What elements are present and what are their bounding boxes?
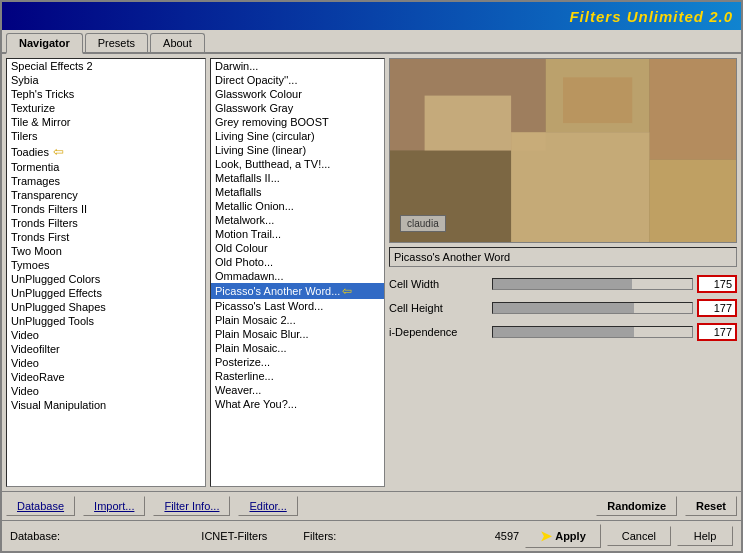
cell-height-slider[interactable] xyxy=(492,302,693,314)
app-title: Filters Unlimited 2.0 xyxy=(569,8,733,25)
effect-item[interactable]: Direct Opacity''... xyxy=(211,73,384,87)
list-item[interactable]: Tronds Filters xyxy=(7,216,205,230)
effect-item[interactable]: Living Sine (linear) xyxy=(211,143,384,157)
left-panel: Special Effects 2 Sybia Teph's Tricks Te… xyxy=(6,58,206,487)
filter-effect-list[interactable]: Darwin... Direct Opacity''... Glasswork … xyxy=(211,59,384,486)
setting-row-i-dependence: i-Dependence 177 xyxy=(389,321,737,343)
effect-item[interactable]: Plain Mosaic... xyxy=(211,341,384,355)
effect-item[interactable]: Metaflalls xyxy=(211,185,384,199)
effect-item[interactable]: Weaver... xyxy=(211,383,384,397)
list-item[interactable]: Video xyxy=(7,356,205,370)
right-panel: claudia Picasso's Another Word Cell Widt… xyxy=(389,58,737,487)
list-item[interactable]: Visual Manipulation xyxy=(7,398,205,412)
apply-button[interactable]: ➤ Apply xyxy=(525,524,601,548)
svg-rect-5 xyxy=(511,132,649,242)
effect-item[interactable]: Old Colour xyxy=(211,241,384,255)
main-window: Filters Unlimited 2.0 Navigator Presets … xyxy=(0,0,743,553)
svg-rect-6 xyxy=(650,160,737,242)
effect-item[interactable]: Posterize... xyxy=(211,355,384,369)
tab-navigator[interactable]: Navigator xyxy=(6,33,83,54)
effect-item[interactable]: Glasswork Colour xyxy=(211,87,384,101)
svg-rect-8 xyxy=(563,77,632,123)
list-item[interactable]: UnPlugged Tools xyxy=(7,314,205,328)
filters-status-value: 4597 xyxy=(495,530,519,542)
effect-item[interactable]: Metallic Onion... xyxy=(211,199,384,213)
list-item[interactable]: UnPlugged Colors xyxy=(7,272,205,286)
list-item[interactable]: Tramages xyxy=(7,174,205,188)
effect-item[interactable]: Plain Mosaic Blur... xyxy=(211,327,384,341)
database-status-value: ICNET-Filters xyxy=(201,530,267,542)
filter-category-list[interactable]: Special Effects 2 Sybia Teph's Tricks Te… xyxy=(7,59,205,486)
tab-bar: Navigator Presets About xyxy=(2,30,741,54)
list-item[interactable]: Tormentia xyxy=(7,160,205,174)
effect-item[interactable]: Plain Mosaic 2... xyxy=(211,313,384,327)
list-item[interactable]: Tronds Filters II xyxy=(7,202,205,216)
effect-item[interactable]: Grey removing BOOST xyxy=(211,115,384,129)
middle-panel: Darwin... Direct Opacity''... Glasswork … xyxy=(210,58,385,487)
tab-presets[interactable]: Presets xyxy=(85,33,148,52)
setting-row-cell-width: Cell Width 175 xyxy=(389,273,737,295)
database-status-label: Database: xyxy=(10,530,193,542)
effect-item[interactable]: Living Sine (circular) xyxy=(211,129,384,143)
cell-width-slider[interactable] xyxy=(492,278,693,290)
reset-button[interactable]: Reset xyxy=(685,496,737,516)
apply-arrow-icon: ➤ xyxy=(540,528,552,544)
action-bar: Database: ICNET-Filters Filters: 4597 ➤ … xyxy=(2,520,741,551)
list-item[interactable]: Special Effects 2 xyxy=(7,59,205,73)
preview-title: Picasso's Another Word xyxy=(389,247,737,267)
selected-arrow-icon: ⇦ xyxy=(342,284,352,298)
preview-area: claudia xyxy=(389,58,737,243)
list-item[interactable]: Tronds First xyxy=(7,230,205,244)
cell-height-value[interactable]: 177 xyxy=(697,299,737,317)
setting-row-cell-height: Cell Height 177 xyxy=(389,297,737,319)
preview-image: claudia xyxy=(390,59,736,242)
list-item[interactable]: Tilers xyxy=(7,129,205,143)
effect-item[interactable]: Darwin... xyxy=(211,59,384,73)
filter-info-button[interactable]: Filter Info... xyxy=(153,496,230,516)
list-item[interactable]: UnPlugged Shapes xyxy=(7,300,205,314)
title-bar: Filters Unlimited 2.0 xyxy=(2,2,741,30)
list-item[interactable]: Videofilter xyxy=(7,342,205,356)
cancel-button[interactable]: Cancel xyxy=(607,526,671,546)
editor-button[interactable]: Editor... xyxy=(238,496,297,516)
list-item[interactable]: Texturize xyxy=(7,101,205,115)
effect-item[interactable]: Metalwork... xyxy=(211,213,384,227)
cell-width-label: Cell Width xyxy=(389,278,488,290)
list-item[interactable]: Two Moon xyxy=(7,244,205,258)
help-button[interactable]: Help xyxy=(677,526,733,546)
cell-height-label: Cell Height xyxy=(389,302,488,314)
i-dependence-slider[interactable] xyxy=(492,326,693,338)
list-item[interactable]: Video xyxy=(7,328,205,342)
svg-rect-3 xyxy=(650,59,737,160)
list-item[interactable]: VideoRave xyxy=(7,370,205,384)
list-item[interactable]: Sybia xyxy=(7,73,205,87)
list-item[interactable]: Tile & Mirror xyxy=(7,115,205,129)
list-item[interactable]: Tymoes xyxy=(7,258,205,272)
settings-panel: Cell Width 175 Cell Height 177 i-Dep xyxy=(389,273,737,487)
effect-item[interactable]: Ommadawn... xyxy=(211,269,384,283)
effect-item[interactable]: Metaflalls II... xyxy=(211,171,384,185)
effect-item[interactable]: What Are You?... xyxy=(211,397,384,411)
list-item[interactable]: Video xyxy=(7,384,205,398)
effect-item[interactable]: Rasterline... xyxy=(211,369,384,383)
database-button[interactable]: Database xyxy=(6,496,75,516)
effect-item[interactable]: Picasso's Last Word... xyxy=(211,299,384,313)
bottom-toolbar: Database Import... Filter Info... Editor… xyxy=(2,491,741,520)
main-content: Special Effects 2 Sybia Teph's Tricks Te… xyxy=(2,54,741,491)
effect-item[interactable]: Look, Butthead, a TV!... xyxy=(211,157,384,171)
list-item[interactable]: Transparency xyxy=(7,188,205,202)
list-item[interactable]: Teph's Tricks xyxy=(7,87,205,101)
import-button[interactable]: Import... xyxy=(83,496,145,516)
list-item-toadies[interactable]: Toadies ⇦ xyxy=(7,143,205,160)
cell-width-value[interactable]: 175 xyxy=(697,275,737,293)
tab-about[interactable]: About xyxy=(150,33,205,52)
randomize-button[interactable]: Randomize xyxy=(596,496,677,516)
effect-item[interactable]: Old Photo... xyxy=(211,255,384,269)
list-item[interactable]: UnPlugged Effects xyxy=(7,286,205,300)
i-dependence-label: i-Dependence xyxy=(389,326,488,338)
i-dependence-value[interactable]: 177 xyxy=(697,323,737,341)
effect-item-selected[interactable]: Picasso's Another Word... ⇦ xyxy=(211,283,384,299)
effect-item[interactable]: Glasswork Gray xyxy=(211,101,384,115)
effect-item[interactable]: Motion Trail... xyxy=(211,227,384,241)
toadies-arrow-icon: ⇦ xyxy=(53,144,64,159)
